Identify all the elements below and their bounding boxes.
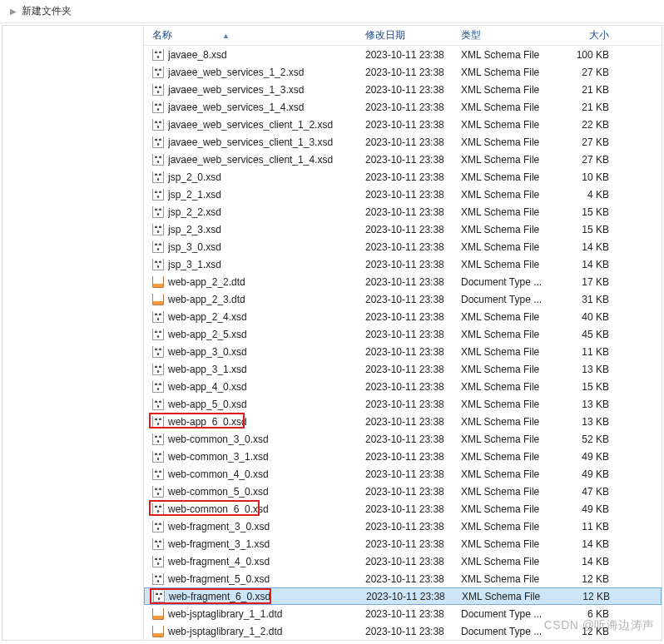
table-row[interactable]: web-common_3_1.xsd2023-10-11 23:38XML Sc… — [144, 448, 662, 465]
file-date: 2023-10-11 23:38 — [360, 276, 456, 288]
chevron-right-icon: ▶ — [10, 7, 17, 16]
file-size: 100 KB — [556, 49, 614, 61]
table-row[interactable]: web-common_3_0.xsd2023-10-11 23:38XML Sc… — [144, 430, 662, 448]
xsd-file-icon — [152, 486, 164, 498]
file-type: XML Schema File — [456, 399, 556, 410]
file-date: 2023-10-11 23:38 — [360, 346, 456, 358]
file-size: 14 KB — [556, 556, 614, 567]
file-name: web-app_2_5.xsd — [168, 329, 247, 340]
breadcrumb[interactable]: ▶ 新建文件夹 — [0, 0, 664, 23]
table-row[interactable]: web-common_4_0.xsd2023-10-11 23:38XML Sc… — [144, 465, 662, 483]
table-row[interactable]: web-fragment_4_0.xsd2023-10-11 23:38XML … — [144, 552, 662, 570]
xsd-file-icon — [152, 241, 164, 253]
table-row[interactable]: web-fragment_3_0.xsd2023-10-11 23:38XML … — [144, 518, 662, 535]
file-date: 2023-10-11 23:38 — [360, 119, 456, 131]
table-row[interactable]: javaee_web_services_client_1_4.xsd2023-1… — [144, 151, 662, 168]
file-size: 10 KB — [556, 171, 614, 183]
file-type: XML Schema File — [456, 119, 556, 131]
file-type: XML Schema File — [456, 538, 556, 550]
xsd-file-icon — [152, 67, 164, 78]
file-date: 2023-10-11 23:38 — [360, 136, 456, 148]
table-row[interactable]: jsp_2_0.xsd2023-10-11 23:38XML Schema Fi… — [144, 168, 662, 186]
table-row[interactable]: web-fragment_3_1.xsd2023-10-11 23:38XML … — [144, 535, 662, 552]
file-date: 2023-10-11 23:38 — [360, 433, 456, 445]
file-date: 2023-10-11 23:38 — [360, 294, 456, 305]
navigation-pane[interactable] — [2, 26, 144, 640]
column-header-name[interactable]: 名称 ▲ — [144, 26, 360, 45]
column-header-date[interactable]: 修改日期 — [360, 26, 456, 45]
breadcrumb-label: 新建文件夹 — [22, 4, 72, 18]
table-row[interactable]: javaee_web_services_1_3.xsd2023-10-11 23… — [144, 81, 662, 98]
file-rows: javaee_8.xsd2023-10-11 23:38XML Schema F… — [144, 46, 662, 640]
file-date: 2023-10-11 23:38 — [360, 573, 456, 585]
table-row[interactable]: web-app_3_1.xsd2023-10-11 23:38XML Schem… — [144, 360, 662, 378]
table-row[interactable]: web-app_2_2.dtd2023-10-11 23:38Document … — [144, 273, 662, 290]
xsd-file-icon — [152, 329, 164, 340]
table-row[interactable]: web-common_5_0.xsd2023-10-11 23:38XML Sc… — [144, 483, 662, 500]
file-type: XML Schema File — [456, 556, 556, 567]
table-row[interactable]: web-app_6_0.xsd2023-10-11 23:38XML Schem… — [144, 413, 662, 430]
table-row[interactable]: web-app_2_5.xsd2023-10-11 23:38XML Schem… — [144, 325, 662, 343]
table-row[interactable]: javaee_8.xsd2023-10-11 23:38XML Schema F… — [144, 46, 662, 63]
table-row[interactable]: jsp_2_2.xsd2023-10-11 23:38XML Schema Fi… — [144, 203, 662, 220]
file-date: 2023-10-11 23:38 — [360, 311, 456, 323]
table-row[interactable]: web-app_2_4.xsd2023-10-11 23:38XML Schem… — [144, 308, 662, 325]
table-row[interactable]: javaee_web_services_client_1_3.xsd2023-1… — [144, 133, 662, 151]
file-name: web-common_6_0.xsd — [168, 503, 269, 515]
file-type: XML Schema File — [457, 591, 557, 602]
xsd-file-icon — [152, 136, 164, 148]
file-size: 15 KB — [556, 381, 614, 393]
table-row[interactable]: web-jsptaglibrary_1_1.dtd2023-10-11 23:3… — [144, 605, 662, 622]
dtd-file-icon — [152, 608, 164, 620]
file-size: 40 KB — [556, 311, 614, 323]
file-type: Document Type ... — [456, 626, 556, 637]
table-row[interactable]: javaee_web_services_1_4.xsd2023-10-11 23… — [144, 98, 662, 116]
table-row[interactable]: jsp_3_1.xsd2023-10-11 23:38XML Schema Fi… — [144, 255, 662, 273]
xsd-file-icon — [152, 416, 164, 428]
xsd-file-icon — [152, 49, 164, 61]
file-size: 14 KB — [556, 259, 614, 270]
table-row[interactable]: web-app_5_0.xsd2023-10-11 23:38XML Schem… — [144, 395, 662, 413]
table-row[interactable]: web-app_4_0.xsd2023-10-11 23:38XML Schem… — [144, 378, 662, 395]
file-size: 45 KB — [556, 329, 614, 340]
table-row[interactable]: javaee_web_services_client_1_2.xsd2023-1… — [144, 116, 662, 133]
table-row[interactable]: jsp_2_3.xsd2023-10-11 23:38XML Schema Fi… — [144, 220, 662, 238]
file-date: 2023-10-11 23:38 — [360, 84, 456, 96]
xsd-file-icon — [152, 171, 164, 183]
table-row[interactable]: web-fragment_5_0.xsd2023-10-11 23:38XML … — [144, 570, 662, 587]
table-row[interactable]: javaee_web_services_1_2.xsd2023-10-11 23… — [144, 63, 662, 81]
file-type: XML Schema File — [456, 346, 556, 358]
xsd-file-icon — [152, 451, 164, 463]
file-name: jsp_2_0.xsd — [168, 171, 221, 183]
xsd-file-icon — [152, 364, 164, 375]
column-header-size[interactable]: 大小 — [556, 26, 614, 45]
file-date: 2023-10-11 23:38 — [360, 416, 456, 428]
xsd-file-icon — [152, 119, 164, 131]
xsd-file-icon — [152, 224, 164, 235]
file-date: 2023-10-11 23:38 — [360, 503, 456, 515]
file-type: XML Schema File — [456, 136, 556, 148]
file-name: web-fragment_5_0.xsd — [168, 573, 270, 585]
file-type: XML Schema File — [456, 573, 556, 585]
table-row[interactable]: web-app_3_0.xsd2023-10-11 23:38XML Schem… — [144, 343, 662, 360]
table-row[interactable]: web-jsptaglibrary_1_2.dtd2023-10-11 23:3… — [144, 622, 662, 640]
file-type: XML Schema File — [456, 451, 556, 463]
file-name: web-fragment_3_1.xsd — [168, 538, 270, 550]
column-header-type[interactable]: 类型 — [456, 26, 556, 45]
file-date: 2023-10-11 23:38 — [360, 399, 456, 410]
file-size: 13 KB — [556, 364, 614, 375]
file-explorer-pane: 名称 ▲ 修改日期 类型 大小 javaee_8.xsd2023-10-11 2… — [2, 25, 662, 641]
table-row[interactable]: jsp_2_1.xsd2023-10-11 23:38XML Schema Fi… — [144, 186, 662, 203]
dtd-file-icon — [152, 276, 164, 288]
table-row[interactable]: web-app_2_3.dtd2023-10-11 23:38Document … — [144, 290, 662, 308]
file-date: 2023-10-11 23:38 — [360, 259, 456, 270]
file-name: web-jsptaglibrary_1_2.dtd — [168, 626, 282, 637]
file-name: web-app_2_2.dtd — [168, 276, 245, 288]
table-row[interactable]: jsp_3_0.xsd2023-10-11 23:38XML Schema Fi… — [144, 238, 662, 255]
file-type: XML Schema File — [456, 67, 556, 78]
table-row[interactable]: web-common_6_0.xsd2023-10-11 23:38XML Sc… — [144, 500, 662, 518]
table-row[interactable]: web-fragment_6_0.xsd2023-10-11 23:38XML … — [144, 587, 662, 605]
file-size: 21 KB — [556, 102, 614, 113]
file-name: javaee_web_services_client_1_4.xsd — [168, 154, 333, 166]
file-name: javaee_web_services_client_1_3.xsd — [168, 136, 333, 148]
